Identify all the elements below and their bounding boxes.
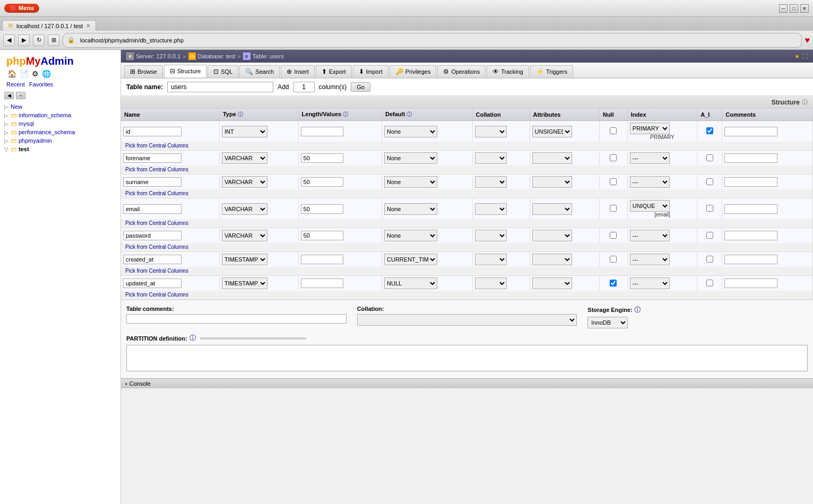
field-type-select[interactable]: INTVARCHARTEXTTIMESTAMPDATEDATETIMEFLOAT… xyxy=(222,152,267,164)
tree-item-phpmyadmin[interactable]: ▷ 🗃 phpmyadmin xyxy=(0,136,120,145)
field-null-checkbox[interactable] xyxy=(610,205,617,212)
field-name-input[interactable] xyxy=(123,177,181,187)
field-collation-select[interactable] xyxy=(475,203,507,215)
address-bar[interactable] xyxy=(77,34,797,46)
field-attributes-select[interactable]: BINARYUNSIGNEDUNSIGNED ZEROFILLon update… xyxy=(532,176,572,188)
type-info-icon[interactable]: ⓘ xyxy=(238,111,243,117)
field-ai-checkbox[interactable] xyxy=(706,178,713,185)
field-type-select[interactable]: INTVARCHARTEXTTIMESTAMPDATEDATETIMEFLOAT… xyxy=(222,203,267,215)
field-length-input[interactable] xyxy=(301,231,343,240)
tree-item-test[interactable]: ▽ 🗃 test xyxy=(0,145,120,153)
collapse-btn[interactable]: ◀ xyxy=(4,92,14,99)
storage-help-icon[interactable]: ⓘ xyxy=(634,306,641,314)
field-name-input[interactable] xyxy=(123,204,181,214)
tab-import[interactable]: ⬇ Import xyxy=(353,65,388,77)
field-attributes-select[interactable]: BINARYUNSIGNEDUNSIGNED ZEROFILLon update… xyxy=(532,203,572,215)
forward-button[interactable]: ▶ xyxy=(18,34,30,46)
docs-icon-btn[interactable]: 📄 xyxy=(20,69,29,78)
field-length-input[interactable] xyxy=(301,204,343,214)
field-comment-input[interactable] xyxy=(724,127,777,136)
field-collation-select[interactable] xyxy=(475,254,507,265)
field-collation-select[interactable] xyxy=(475,230,507,241)
field-default-select[interactable]: NoneNULLCURRENT_TIMESTAMPCURRENT_TIMEas … xyxy=(384,230,437,241)
field-collation-select[interactable] xyxy=(475,152,507,164)
home-button[interactable]: ⊞ xyxy=(48,34,59,46)
tab-privileges[interactable]: 🔑 Privileges xyxy=(390,65,437,77)
field-attributes-select[interactable]: BINARYUNSIGNEDUNSIGNED ZEROFILLon update… xyxy=(532,152,572,164)
field-default-select[interactable]: NoneNULLCURRENT_TIMESTAMPCURRENT_TIMEas … xyxy=(384,203,437,215)
field-index-select[interactable]: ---PRIMARYUNIQUEINDEXFULLTEXT xyxy=(630,152,670,164)
field-null-checkbox[interactable] xyxy=(610,178,617,185)
pick-central-columns-link[interactable]: Pick from Central Columns xyxy=(123,167,188,172)
field-ai-checkbox[interactable] xyxy=(706,256,713,263)
default-info-icon[interactable]: ⓘ xyxy=(406,111,412,117)
field-comment-input[interactable] xyxy=(724,255,777,264)
tab-sql[interactable]: ⊡ SQL xyxy=(207,65,238,77)
maximize-button[interactable]: □ xyxy=(790,4,798,13)
field-null-checkbox[interactable] xyxy=(610,232,617,239)
field-null-checkbox[interactable] xyxy=(610,256,617,263)
expand-btn[interactable]: ↔ xyxy=(16,92,25,99)
star-icon[interactable]: ★ xyxy=(794,53,800,60)
field-name-input[interactable] xyxy=(123,127,181,136)
recent-link[interactable]: Recent xyxy=(6,81,25,88)
tab-structure[interactable]: ⊟ Structure xyxy=(164,65,207,77)
field-length-input[interactable] xyxy=(301,177,343,187)
field-name-input[interactable] xyxy=(123,255,181,264)
field-index-select[interactable]: ---PRIMARYUNIQUEINDEXFULLTEXT xyxy=(630,277,670,289)
close-button[interactable]: ✕ xyxy=(800,4,809,13)
favorites-icon[interactable]: ♥ xyxy=(805,36,810,45)
field-attributes-select[interactable]: BINARYUNSIGNEDUNSIGNED ZEROFILLon update… xyxy=(532,277,572,289)
pick-central-columns-link[interactable]: Pick from Central Columns xyxy=(123,143,188,149)
field-null-checkbox[interactable] xyxy=(610,280,617,286)
add-columns-input[interactable] xyxy=(293,82,315,92)
field-ai-checkbox[interactable] xyxy=(706,154,713,161)
storage-engine-select[interactable]: InnoDB MyISAM MEMORY xyxy=(587,317,628,328)
browser-tab[interactable]: ⚙ localhost / 127.0.0.1 / test ✕ xyxy=(2,20,96,31)
field-type-select[interactable]: INTVARCHARTEXTTIMESTAMPDATEDATETIMEFLOAT… xyxy=(222,277,267,289)
pick-central-columns-link[interactable]: Pick from Central Columns xyxy=(123,244,188,250)
field-default-select[interactable]: NoneNULLCURRENT_TIMESTAMPCURRENT_TIMEas … xyxy=(384,176,437,188)
field-comment-input[interactable] xyxy=(724,279,777,288)
field-null-checkbox[interactable] xyxy=(610,154,617,161)
tab-operations[interactable]: ⚙ Operations xyxy=(437,65,486,77)
field-attributes-select[interactable]: BINARYUNSIGNEDUNSIGNED ZEROFILLon update… xyxy=(532,230,572,241)
field-length-input[interactable] xyxy=(301,127,343,136)
field-default-select[interactable]: NoneNULLCURRENT_TIMESTAMPCURRENT_TIMEas … xyxy=(384,277,437,289)
field-type-select[interactable]: INTVARCHARTEXTTIMESTAMPDATEDATETIMEFLOAT… xyxy=(222,230,267,241)
field-collation-select[interactable] xyxy=(475,176,507,188)
tab-export[interactable]: ⬆ Export xyxy=(316,65,352,77)
tab-tracking[interactable]: 👁 Tracking xyxy=(487,65,529,77)
pick-central-columns-link[interactable]: Pick from Central Columns xyxy=(123,220,188,226)
table-name-input[interactable] xyxy=(167,82,273,92)
expand-icon[interactable]: ⛶ xyxy=(802,53,808,60)
field-index-select[interactable]: ---PRIMARYUNIQUEINDEXFULLTEXT xyxy=(630,123,670,134)
tab-search[interactable]: 🔍 Search xyxy=(239,65,280,77)
pick-central-columns-link[interactable]: Pick from Central Columns xyxy=(123,292,188,298)
field-default-select[interactable]: NoneNULLCURRENT_TIMESTAMPCURRENT_TIMEas … xyxy=(384,152,437,164)
field-index-select[interactable]: ---PRIMARYUNIQUEINDEXFULLTEXT xyxy=(630,176,670,188)
field-length-input[interactable] xyxy=(301,153,343,163)
partition-help-icon[interactable]: ⓘ xyxy=(189,334,196,343)
tree-item-performance-schema[interactable]: ▷ 🗃 performance_schema xyxy=(0,128,120,136)
field-type-select[interactable]: INTVARCHARTEXTTIMESTAMPDATEDATETIMEFLOAT… xyxy=(222,176,267,188)
minimize-button[interactable]: ─ xyxy=(779,4,788,13)
go-button[interactable]: Go xyxy=(351,82,370,92)
table-comments-input[interactable] xyxy=(126,314,347,324)
field-collation-select[interactable] xyxy=(475,277,507,289)
field-comment-input[interactable] xyxy=(724,204,777,214)
browser-menu-button[interactable]: 🔴 Menu xyxy=(4,4,39,13)
field-length-input[interactable] xyxy=(301,279,343,288)
field-index-select[interactable]: ---PRIMARYUNIQUEINDEXFULLTEXT xyxy=(630,230,670,241)
field-null-checkbox[interactable] xyxy=(610,127,617,134)
tab-insert[interactable]: ⊕ Insert xyxy=(281,65,315,77)
field-index-select[interactable]: ---PRIMARYUNIQUEINDEXFULLTEXT xyxy=(630,254,670,265)
tab-browse[interactable]: ⊞ Browse xyxy=(124,65,163,77)
tab-close-button[interactable]: ✕ xyxy=(86,23,90,29)
field-default-select[interactable]: NoneNULLCURRENT_TIMESTAMPCURRENT_TIMEas … xyxy=(384,126,437,137)
field-default-select[interactable]: NoneNULLCURRENT_TIMESTAMPCURRENT_TIMEas … xyxy=(384,254,437,265)
field-ai-checkbox[interactable] xyxy=(706,280,713,286)
field-comment-input[interactable] xyxy=(724,153,777,163)
console-bar[interactable]: ▪ Console xyxy=(121,378,813,388)
tree-item-mysql[interactable]: ▷ 🗃 mysql xyxy=(0,119,120,128)
